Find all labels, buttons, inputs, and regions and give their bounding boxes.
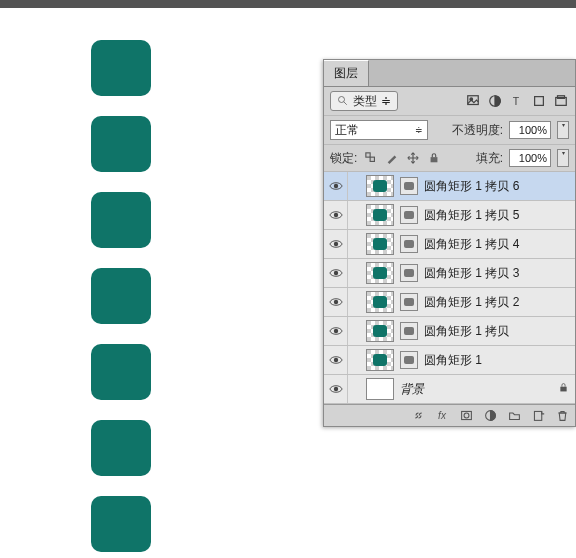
svg-point-16 (333, 300, 337, 304)
filter-label: 类型 (353, 93, 377, 110)
svg-point-15 (333, 271, 337, 275)
filter-adjust-icon[interactable] (487, 93, 503, 109)
canvas-shape[interactable] (91, 192, 151, 248)
visibility-toggle[interactable] (324, 230, 348, 258)
canvas-shape[interactable] (91, 496, 151, 552)
layer-name[interactable]: 圆角矩形 1 拷贝 3 (424, 265, 569, 282)
layer-mask-icon[interactable] (459, 409, 473, 423)
svg-point-19 (333, 387, 337, 391)
layer-mask-thumbnail (400, 351, 418, 369)
layer-row[interactable]: 圆角矩形 1 拷贝 2 (324, 288, 575, 317)
svg-rect-24 (534, 411, 541, 420)
layer-mask-thumbnail (400, 293, 418, 311)
layer-group-icon[interactable] (507, 409, 521, 423)
opacity-input[interactable]: 100% (509, 121, 551, 139)
adjustment-layer-icon[interactable] (483, 409, 497, 423)
lock-position-icon[interactable] (405, 151, 420, 166)
fill-input[interactable]: 100% (509, 149, 551, 167)
visibility-toggle[interactable] (324, 346, 348, 374)
layer-row[interactable]: 圆角矩形 1 拷贝 5 (324, 201, 575, 230)
delete-layer-icon[interactable] (555, 409, 569, 423)
lock-row: 锁定: 填充: 100% ▾ (324, 145, 575, 172)
svg-text:T: T (513, 95, 520, 107)
layer-mask-thumbnail (400, 264, 418, 282)
filter-smart-icon[interactable] (553, 93, 569, 109)
visibility-toggle[interactable] (324, 317, 348, 345)
canvas-shape[interactable] (91, 116, 151, 172)
new-layer-icon[interactable] (531, 409, 545, 423)
fill-label: 填充: (476, 150, 503, 167)
layer-thumbnail (366, 378, 394, 400)
blend-row: 正常 ≑ 不透明度: 100% ▾ (324, 116, 575, 145)
svg-point-22 (464, 413, 469, 418)
filter-type-dropdown[interactable]: 类型 ≑ (330, 91, 398, 111)
svg-point-18 (333, 358, 337, 362)
layer-list: 圆角矩形 1 拷贝 6圆角矩形 1 拷贝 5圆角矩形 1 拷贝 4圆角矩形 1 … (324, 172, 575, 404)
layer-thumbnail (366, 349, 394, 371)
layers-panel: 图层 类型 ≑ T 正常 ≑ 不透明度: 100% ▾ 锁定: 填充: 100% (323, 59, 576, 427)
svg-point-0 (339, 97, 345, 103)
svg-point-14 (333, 242, 337, 246)
layer-row[interactable]: 圆角矩形 1 拷贝 4 (324, 230, 575, 259)
canvas-shape[interactable] (91, 344, 151, 400)
layer-name[interactable]: 圆角矩形 1 拷贝 (424, 323, 569, 340)
layer-name[interactable]: 圆角矩形 1 (424, 352, 569, 369)
svg-point-12 (333, 184, 337, 188)
layer-name[interactable]: 圆角矩形 1 拷贝 4 (424, 236, 569, 253)
layer-mask-thumbnail (400, 235, 418, 253)
visibility-toggle[interactable] (324, 201, 348, 229)
layer-name[interactable]: 圆角矩形 1 拷贝 5 (424, 207, 569, 224)
layer-name[interactable]: 圆角矩形 1 拷贝 6 (424, 178, 569, 195)
visibility-toggle[interactable] (324, 375, 348, 403)
filter-row: 类型 ≑ T (324, 87, 575, 116)
svg-line-1 (344, 102, 347, 105)
svg-rect-11 (430, 157, 437, 162)
panel-footer: fx (324, 404, 575, 426)
svg-rect-9 (366, 153, 370, 157)
fill-stepper[interactable]: ▾ (557, 149, 569, 167)
chevron-down-icon: ≑ (415, 125, 423, 135)
lock-transparent-icon[interactable] (363, 151, 378, 166)
layer-thumbnail (366, 175, 394, 197)
svg-rect-6 (535, 97, 544, 106)
blend-mode-dropdown[interactable]: 正常 ≑ (330, 120, 428, 140)
filter-shape-icon[interactable] (531, 93, 547, 109)
visibility-toggle[interactable] (324, 172, 348, 200)
layer-name[interactable]: 圆角矩形 1 拷贝 2 (424, 294, 569, 311)
panel-tabs: 图层 (324, 60, 575, 87)
opacity-stepper[interactable]: ▾ (557, 121, 569, 139)
layer-row[interactable]: 背景 (324, 375, 575, 404)
layer-thumbnail (366, 262, 394, 284)
layer-mask-thumbnail (400, 322, 418, 340)
tab-layers[interactable]: 图层 (324, 60, 369, 86)
visibility-toggle[interactable] (324, 259, 348, 287)
layer-fx-icon[interactable]: fx (435, 409, 449, 423)
canvas-shape[interactable] (91, 420, 151, 476)
layer-row[interactable]: 圆角矩形 1 拷贝 (324, 317, 575, 346)
lock-pixels-icon[interactable] (384, 151, 399, 166)
opacity-label: 不透明度: (452, 122, 503, 139)
app-titlebar (0, 0, 576, 8)
link-layers-icon[interactable] (411, 409, 425, 423)
layer-mask-thumbnail (400, 177, 418, 195)
chevron-down-icon: ≑ (381, 94, 391, 108)
canvas-shape[interactable] (91, 40, 151, 96)
svg-point-13 (333, 213, 337, 217)
filter-pixel-icon[interactable] (465, 93, 481, 109)
layer-thumbnail (366, 320, 394, 342)
lock-all-icon[interactable] (426, 151, 441, 166)
layer-row[interactable]: 圆角矩形 1 (324, 346, 575, 375)
filter-text-icon[interactable]: T (509, 93, 525, 109)
layer-name[interactable]: 背景 (400, 381, 552, 398)
svg-point-17 (333, 329, 337, 333)
layer-row[interactable]: 圆角矩形 1 拷贝 3 (324, 259, 575, 288)
blend-mode-value: 正常 (335, 122, 359, 139)
layer-mask-thumbnail (400, 206, 418, 224)
layer-thumbnail (366, 204, 394, 226)
visibility-toggle[interactable] (324, 288, 348, 316)
svg-rect-10 (370, 157, 374, 161)
layer-row[interactable]: 圆角矩形 1 拷贝 6 (324, 172, 575, 201)
canvas-shape[interactable] (91, 268, 151, 324)
layer-thumbnail (366, 291, 394, 313)
layer-thumbnail (366, 233, 394, 255)
